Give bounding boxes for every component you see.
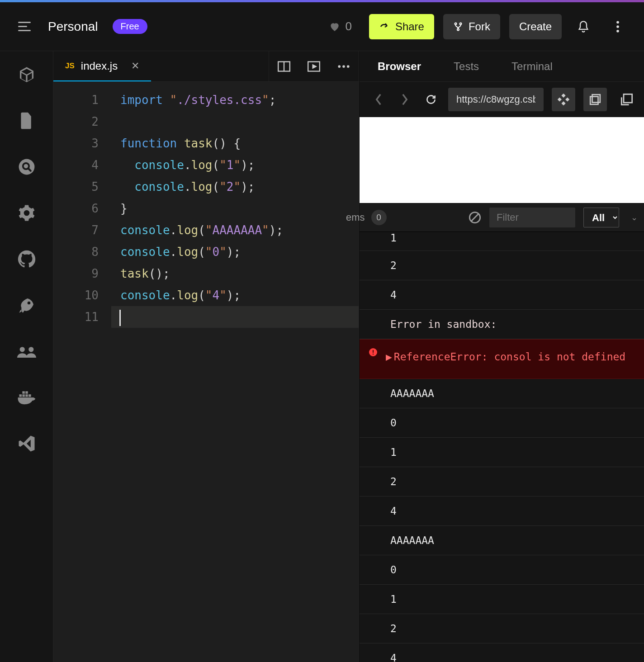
explorer-icon[interactable] — [17, 111, 37, 131]
likes-counter[interactable]: 0 — [329, 19, 351, 33]
no-sign-icon — [469, 211, 481, 224]
problems-count: 0 — [371, 210, 387, 225]
live-icon[interactable] — [17, 341, 37, 361]
browser-reload-button[interactable] — [422, 90, 440, 109]
console-log-row[interactable]: 4 — [360, 496, 644, 526]
preview-toggle-button[interactable] — [299, 51, 329, 81]
reload-icon — [425, 94, 437, 105]
svg-rect-30 — [624, 94, 632, 103]
tab-tests[interactable]: Tests — [454, 60, 479, 73]
svg-rect-28 — [592, 95, 600, 102]
error-icon — [369, 348, 378, 357]
console-log-row[interactable]: 2 — [360, 467, 644, 496]
code-editor[interactable]: 1234567891011 import "./styles.css";func… — [53, 82, 359, 662]
dots-vertical-icon — [616, 21, 620, 33]
split-editor-button[interactable] — [269, 51, 299, 81]
open-new-window-button[interactable] — [583, 88, 607, 111]
editor-tabbar: JS index.js ✕ — [53, 51, 359, 82]
fork-button[interactable]: Fork — [443, 14, 500, 39]
split-icon — [278, 61, 290, 72]
docker-icon[interactable] — [17, 388, 37, 407]
menu-icon[interactable] — [18, 22, 31, 31]
heart-icon — [329, 21, 341, 33]
codesandbox-button[interactable] — [552, 88, 575, 111]
browser-url-input[interactable] — [448, 88, 544, 111]
editor-overflow-button[interactable] — [329, 51, 359, 81]
browser-back-button[interactable] — [369, 90, 388, 109]
console-log-row[interactable]: Error in sandbox: — [360, 310, 644, 339]
plan-badge[interactable]: Free — [113, 19, 147, 34]
sandbox-icon[interactable] — [17, 65, 37, 85]
tab-terminal[interactable]: Terminal — [511, 60, 553, 73]
console-output[interactable]: 124Error in sandbox:▶ReferenceError: con… — [360, 232, 644, 662]
console-log-row[interactable]: AAAAAAA — [360, 379, 644, 408]
svg-rect-27 — [561, 101, 565, 105]
code-content[interactable]: import "./styles.css";function task() { … — [111, 82, 359, 662]
browser-forward-button[interactable] — [396, 90, 414, 109]
clear-console-button[interactable] — [469, 211, 481, 224]
svg-rect-14 — [22, 391, 25, 394]
right-panel-tabs: Browser Tests Terminal — [360, 51, 644, 82]
right-panel: Browser Tests Terminal ems 0 All ⌄ 124 — [359, 51, 644, 662]
windows-icon — [589, 94, 601, 105]
svg-point-22 — [342, 65, 345, 68]
console-log-row[interactable]: 1 — [360, 232, 644, 251]
console-log-row[interactable]: 1 — [360, 438, 644, 467]
console-log-row[interactable]: 1 — [360, 585, 644, 614]
svg-point-5 — [616, 29, 619, 32]
console-log-row[interactable]: 2 — [360, 614, 644, 643]
share-button[interactable]: Share — [369, 14, 434, 39]
vscode-icon[interactable] — [17, 434, 37, 454]
console-log-row[interactable]: 2 — [360, 251, 644, 280]
console-level-select[interactable]: All — [583, 208, 619, 227]
likes-count: 0 — [345, 19, 351, 33]
file-tab-index-js[interactable]: JS index.js ✕ — [53, 51, 151, 81]
notifications-button[interactable] — [571, 14, 596, 39]
console-toolbar: ems 0 All ⌄ — [360, 203, 644, 232]
svg-rect-12 — [22, 394, 25, 397]
share-arrow-icon — [379, 21, 390, 32]
chevron-down-icon[interactable]: ⌄ — [631, 213, 638, 222]
svg-rect-29 — [590, 97, 598, 104]
deploy-icon[interactable] — [17, 295, 37, 315]
app-header: Personal Free 0 Share Fork Create — [0, 2, 644, 51]
console-log-row[interactable]: 4 — [360, 280, 644, 310]
preview-icon — [308, 61, 320, 72]
dots-horizontal-icon — [338, 65, 350, 68]
external-icon — [620, 93, 633, 106]
search-icon[interactable] — [17, 157, 37, 177]
svg-point-2 — [457, 28, 459, 30]
diamond-grid-icon — [558, 94, 569, 105]
svg-rect-35 — [373, 354, 374, 355]
svg-rect-25 — [558, 97, 562, 101]
svg-point-10 — [28, 347, 33, 352]
svg-rect-16 — [28, 394, 31, 397]
svg-rect-11 — [19, 394, 22, 397]
browser-preview[interactable] — [360, 117, 644, 203]
svg-point-9 — [19, 347, 24, 352]
open-external-button[interactable] — [615, 88, 639, 111]
workspace-name[interactable]: Personal — [48, 19, 98, 34]
svg-point-6 — [19, 159, 34, 175]
console-error-row[interactable]: ▶ReferenceError: consol is not defined — [360, 339, 644, 379]
js-badge-icon: JS — [65, 61, 75, 71]
svg-rect-24 — [561, 94, 565, 98]
console-log-row[interactable]: 4 — [360, 643, 644, 662]
editor-panel: JS index.js ✕ 1234567891011 import "./st… — [53, 51, 359, 662]
create-button[interactable]: Create — [509, 14, 562, 39]
settings-icon[interactable] — [17, 203, 37, 223]
github-icon[interactable] — [17, 249, 37, 269]
close-icon[interactable]: ✕ — [131, 60, 139, 72]
console-log-row[interactable]: AAAAAAA — [360, 526, 644, 555]
browser-url-bar — [360, 82, 644, 117]
console-filter-input[interactable] — [489, 208, 575, 227]
chevron-right-icon — [400, 93, 409, 106]
tab-browser[interactable]: Browser — [378, 60, 421, 73]
svg-point-0 — [455, 23, 456, 24]
overflow-button[interactable] — [605, 14, 630, 39]
console-log-row[interactable]: 0 — [360, 408, 644, 438]
svg-point-21 — [338, 65, 341, 68]
console-log-row[interactable]: 0 — [360, 555, 644, 585]
line-number-gutter: 1234567891011 — [53, 82, 111, 662]
svg-point-23 — [347, 65, 350, 68]
